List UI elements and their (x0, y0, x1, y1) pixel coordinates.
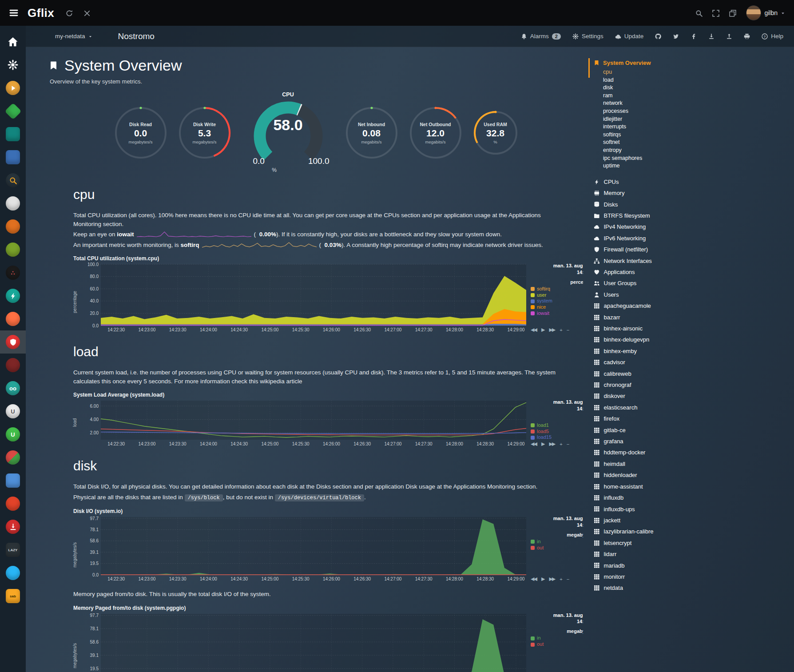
update-button[interactable]: Update (615, 33, 644, 40)
sidebar-item-app-blue-drop[interactable] (0, 561, 26, 585)
menu-section-network-interfaces[interactable]: Network Interfaces (583, 255, 794, 266)
menu-app-grafana[interactable]: grafana (583, 436, 794, 447)
legend-item-load5[interactable]: load52.68 (531, 429, 583, 435)
menu-app-gitlab-ce[interactable]: gitlab-ce (583, 425, 794, 436)
menu-app-binhex-airsonic[interactable]: binhex-airsonic (583, 323, 794, 334)
help-button[interactable]: ? Help (762, 33, 783, 40)
legend-item-iowait[interactable]: iowait0.0 (531, 310, 583, 317)
menu-link-entropy[interactable]: entropy (603, 147, 794, 155)
menu-toggle-button[interactable] (0, 8, 28, 18)
alarms-button[interactable]: Alarms 2 (521, 33, 561, 40)
github-link[interactable] (655, 33, 661, 40)
sidebar-item-app-gitlab[interactable] (0, 492, 26, 515)
menu-section-ipv4-networking[interactable]: IPv4 Networking (583, 221, 794, 232)
menu-link-network[interactable]: network (603, 99, 794, 107)
sidebar-item-app-green-ball[interactable] (0, 238, 26, 261)
sidebar-item-app-orange-flame[interactable] (0, 307, 26, 330)
menu-app-elasticsearch[interactable]: elasticsearch (583, 402, 794, 413)
menu-app-chronograf[interactable]: chronograf (583, 379, 794, 390)
menu-link-idlejitter[interactable]: idlejitter (603, 115, 794, 123)
chart-zoom-out-button[interactable]: − (567, 577, 568, 582)
menu-link-softirqs[interactable]: softirqs (603, 131, 794, 139)
menu-app-bazarr[interactable]: bazarr (583, 312, 794, 323)
menu-link-ipc-semaphores[interactable]: ipc semaphores (603, 155, 794, 163)
menu-link-disk[interactable]: disk (603, 84, 794, 92)
menu-app-mariadb[interactable]: mariadb (583, 560, 794, 571)
sidebar-item-app-white-horseshoe[interactable]: U (0, 400, 26, 423)
legend-item-system[interactable]: system2.3 (531, 298, 583, 304)
menu-app-lidarr[interactable]: lidarr (583, 549, 794, 560)
sidebar-item-app-blue-bars[interactable] (0, 146, 26, 169)
menu-app-apacheguacamole[interactable]: apacheguacamole (583, 300, 794, 311)
softirq-sparkline[interactable] (202, 242, 317, 248)
menu-app-binhex-delugevpn[interactable]: binhex-delugevpn (583, 334, 794, 345)
menu-app-letsencrypt[interactable]: letsencrypt (583, 537, 794, 549)
sidebar-item-app-green-u[interactable]: U (0, 423, 26, 446)
legend-item-out[interactable]: out-5.3 (531, 545, 583, 551)
print-button[interactable] (744, 33, 750, 40)
menu-link-softnet[interactable]: softnet (603, 139, 794, 147)
gauge-net-inbound[interactable]: Net Inbound 0.08 megabits/s (345, 106, 399, 160)
sidebar-item-app-sab[interactable]: sab (0, 585, 26, 608)
sidebar-item-home[interactable] (0, 30, 26, 53)
chart-plot-area[interactable]: 0.019.539.158.678.197.714:22:3014:23:001… (80, 515, 529, 583)
facebook-link[interactable] (691, 33, 697, 40)
sidebar-item-app-white-ball[interactable] (0, 192, 26, 215)
gauge-disk-write[interactable]: Disk Write 5.3 megabytes/s (178, 106, 232, 160)
menu-app-heimdall[interactable]: heimdall (583, 458, 794, 469)
server-dropdown[interactable]: my-netdata (55, 33, 92, 40)
chart-zoom-in-button[interactable]: + (560, 441, 561, 447)
gauge-disk-read[interactable]: Disk Read 0.0 megabytes/s (114, 106, 168, 160)
chart-zoom-in-button[interactable]: + (560, 327, 561, 333)
search-button[interactable] (695, 9, 703, 17)
import-snapshot-button[interactable] (708, 33, 715, 40)
chart-zoom-out-button[interactable]: − (567, 441, 568, 447)
chart-pan-backward-button[interactable]: ◀◀ (531, 327, 536, 333)
menu-app-monitorr[interactable]: monitorr (583, 571, 794, 582)
chart-plot-area[interactable]: 0.020.040.060.080.0100.014:22:3014:23:00… (80, 262, 529, 334)
chart-zoom-in-button[interactable]: + (560, 577, 561, 582)
menu-link-uptime[interactable]: uptime (603, 162, 794, 170)
menu-app-influxdb[interactable]: influxdb (583, 492, 794, 503)
chart-pan-backward-button[interactable]: ◀◀ (531, 441, 536, 447)
chart-zoom-out-button[interactable]: − (567, 327, 568, 333)
legend-item-in[interactable]: in0.0 (531, 635, 583, 641)
menu-app-influxdb-ups[interactable]: influxdb-ups (583, 504, 794, 515)
sidebar-item-app-red-shield[interactable] (0, 330, 26, 354)
app-logo[interactable]: Gflix (28, 6, 54, 20)
tabs-button[interactable] (729, 9, 736, 17)
menu-section-memory[interactable]: Memory (583, 187, 794, 199)
sidebar-item-app-blue-window[interactable] (0, 469, 26, 492)
menu-section-disks[interactable]: Disks (583, 199, 794, 210)
user-menu[interactable]: gilbn (746, 5, 785, 20)
menu-section-firewall-netfilter-[interactable]: Firewall (netfilter) (583, 244, 794, 255)
export-snapshot-button[interactable] (726, 33, 732, 40)
sidebar-item-settings[interactable] (0, 53, 26, 76)
menu-app-cadvisor[interactable]: cadvisor (583, 357, 794, 368)
menu-app-jackett[interactable]: jackett (583, 515, 794, 526)
chart-pan-forward-button[interactable]: ▶▶ (549, 327, 555, 333)
menu-app-diskover[interactable]: diskover (583, 390, 794, 402)
sidebar-item-app-capsules[interactable] (0, 446, 26, 469)
menu-app-calibreweb[interactable]: calibreweb (583, 368, 794, 379)
menu-app-lazylibrarian-calibre[interactable]: lazylibrarian-calibre (583, 526, 794, 537)
menu-link-load[interactable]: load (603, 76, 794, 84)
legend-item-softirq[interactable]: softirq0.0 (531, 286, 583, 292)
menu-app-home-assistant[interactable]: home-assistant (583, 481, 794, 492)
sidebar-item-app-dark-dots[interactable]: ∴ (0, 261, 26, 284)
settings-button[interactable]: Settings (572, 33, 603, 40)
chart-pan-backward-button[interactable]: ◀◀ (531, 576, 536, 582)
menu-link-processes[interactable]: processes (603, 107, 794, 115)
legend-item-in[interactable]: in0.0 (531, 539, 583, 545)
menu-app-binhex-emby[interactable]: binhex-emby (583, 346, 794, 357)
sidebar-item-app-red-arrow[interactable] (0, 515, 26, 538)
refresh-tab-button[interactable] (66, 9, 73, 17)
menu-section-users[interactable]: Users (583, 289, 794, 300)
sidebar-item-app-lazy[interactable]: LAZY (0, 538, 26, 561)
menu-app-firefox[interactable]: firefox (583, 413, 794, 424)
gauge-net-outbound[interactable]: Net Outbound 12.0 megabits/s (409, 106, 463, 160)
sidebar-item-app-teal-bolt[interactable] (0, 284, 26, 307)
menu-link-ram[interactable]: ram (603, 92, 794, 100)
chart-play-button[interactable]: ▶ (541, 576, 544, 582)
iowait-sparkline[interactable] (137, 231, 251, 238)
